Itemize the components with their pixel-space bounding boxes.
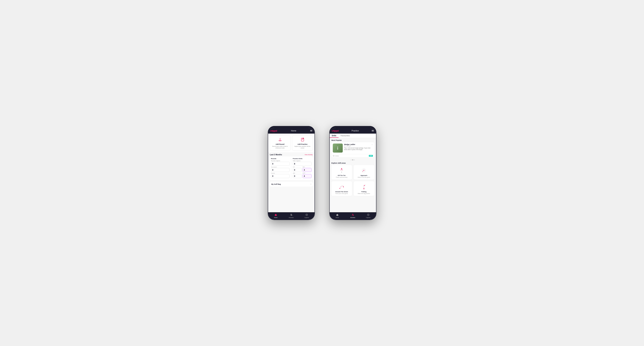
app-logo: clippd bbox=[270, 129, 277, 132]
svg-point-24 bbox=[362, 172, 363, 172]
nav-capture[interactable]: Capture bbox=[299, 212, 314, 220]
add-practice-card[interactable]: Add Practice Capture your practice off-t… bbox=[292, 135, 313, 151]
svg-point-36 bbox=[364, 185, 365, 186]
practice-content: Most Popular bbox=[330, 138, 376, 212]
svg-point-38 bbox=[352, 214, 353, 215]
skill-approach[interactable]: Approach Dial-in to hit the green bbox=[354, 165, 374, 180]
arg-value: 0 bbox=[294, 175, 300, 177]
nav-home[interactable]: Home bbox=[268, 212, 284, 220]
tournament-label: Tournament bbox=[271, 167, 290, 168]
svg-point-0 bbox=[279, 140, 281, 141]
tabs-bar: Drills Favourites bbox=[330, 134, 376, 138]
putting-icon-wrap bbox=[360, 183, 368, 190]
ott-box: 0 bbox=[293, 168, 302, 172]
practice-page-title: Practice bbox=[352, 130, 359, 132]
putt-col: PUTT 4 bbox=[302, 173, 312, 179]
practice-nav-home-label: Home bbox=[336, 217, 339, 218]
rounds-capture-label: Rounds Capture bbox=[271, 160, 290, 162]
approach-desc: Dial-in to hit the green bbox=[358, 176, 370, 178]
skill-around-the-green[interactable]: Around The Green Hone your short game bbox=[331, 181, 352, 196]
drills-col: Practice Drills Drills Capture 8 OTT 0 bbox=[293, 158, 312, 179]
arg-label: ARG bbox=[293, 173, 302, 174]
action-cards-row: Add Round Record your shots in fast or e… bbox=[268, 134, 314, 152]
svg-point-20 bbox=[341, 168, 342, 169]
app-label: APP bbox=[302, 167, 312, 168]
svg-point-17 bbox=[333, 155, 334, 156]
practice-nav-activities[interactable]: Activities bbox=[345, 212, 360, 220]
favourite-star-icon[interactable]: ☆ bbox=[371, 144, 373, 146]
drill-info: Wedge Ladder 50–100 yds ☆ Play 1 shot at… bbox=[344, 144, 373, 153]
practice-bottom-nav: Home Activities Capture bbox=[330, 212, 376, 220]
phone2-notch bbox=[329, 126, 376, 128]
ott-value: 0 bbox=[294, 169, 300, 171]
stats-container: Rounds Rounds Capture 0 Tournament 0 bbox=[270, 156, 313, 180]
arg-box: 0 bbox=[293, 174, 302, 178]
svg-point-8 bbox=[291, 214, 292, 215]
drills-bottom-row: ARG 0 PUTT 4 bbox=[293, 173, 312, 179]
phone-home: clippd Home bbox=[268, 126, 315, 220]
tournament-value: 0 bbox=[272, 169, 288, 171]
dot-1 bbox=[351, 160, 352, 160]
drill-card-wedge[interactable]: Wedge Ladder 50–100 yds ☆ Play 1 shot at… bbox=[331, 142, 374, 158]
svg-point-19 bbox=[341, 172, 342, 173]
drill-thumb-image bbox=[333, 144, 343, 153]
practice-app-logo: clippd bbox=[332, 129, 339, 132]
practice-value: 0 bbox=[272, 175, 288, 177]
golf-bag-label: My Golf Bag bbox=[272, 183, 281, 185]
dot-2 bbox=[352, 160, 353, 160]
putt-label: PUTT bbox=[302, 173, 312, 174]
svg-point-31 bbox=[343, 186, 344, 187]
practice-nav-activities-label: Activities bbox=[350, 217, 356, 218]
practice-capture-icon bbox=[367, 213, 370, 217]
rounds-sub-row: Tournament 0 bbox=[271, 167, 290, 173]
practice-nav-capture[interactable]: Capture bbox=[360, 212, 376, 220]
app-value: 4 bbox=[304, 169, 310, 171]
add-round-card[interactable]: Add Round Record your shots in fast or e… bbox=[270, 135, 290, 151]
practice-nav-capture-label: Capture bbox=[366, 217, 370, 218]
bottom-nav: Home Activities Capture bbox=[268, 212, 314, 220]
arg-col: ARG 0 bbox=[293, 173, 302, 179]
practice-menu-button[interactable] bbox=[372, 130, 374, 132]
tournament-box: 0 bbox=[271, 168, 290, 172]
view-activity-link[interactable]: View Activity bbox=[304, 154, 312, 156]
app-header: clippd Home bbox=[268, 128, 314, 134]
skill-off-the-tee[interactable]: Off The Tee Power and accuracy bbox=[331, 165, 352, 180]
skill-areas-label: Explore skill areas bbox=[330, 161, 376, 165]
skill-putting[interactable]: Putting Make and lag practice bbox=[354, 181, 374, 196]
svg-point-26 bbox=[363, 170, 364, 171]
approach-icon-wrap bbox=[360, 167, 368, 174]
drills-title: Practice Drills bbox=[293, 158, 312, 160]
nav-home-label: Home bbox=[274, 217, 278, 218]
add-round-title: Add Round bbox=[276, 143, 284, 145]
activity-section-header: Last 3 Months View Activity bbox=[268, 152, 314, 156]
chevron-right-icon: › bbox=[310, 183, 311, 185]
dot-3 bbox=[354, 160, 355, 160]
capture-icon bbox=[306, 213, 308, 217]
nav-activities[interactable]: Activities bbox=[284, 212, 299, 220]
add-practice-icon bbox=[300, 137, 305, 143]
drills-top-row: OTT 0 APP 4 bbox=[293, 167, 312, 173]
ott-icon-wrap bbox=[338, 167, 345, 174]
ott-desc: Power and accuracy bbox=[336, 176, 347, 178]
home-content: Add Round Record your shots in fast or e… bbox=[268, 134, 314, 212]
svg-point-29 bbox=[342, 186, 342, 186]
nav-activities-label: Activities bbox=[289, 217, 294, 218]
phone-notch bbox=[268, 126, 315, 128]
tab-favourites[interactable]: Favourites bbox=[338, 134, 352, 138]
practice-home-icon bbox=[336, 213, 338, 217]
approach-title: Approach bbox=[360, 175, 367, 176]
arg-title: Around The Green bbox=[335, 191, 348, 192]
golf-bag-row[interactable]: My Golf Bag › bbox=[270, 182, 313, 186]
menu-button[interactable] bbox=[310, 130, 312, 132]
putt-box: 4 bbox=[302, 174, 312, 178]
home-icon bbox=[274, 213, 277, 217]
practice-nav-home[interactable]: Home bbox=[330, 212, 345, 220]
app-badge: APP bbox=[369, 155, 373, 157]
svg-point-25 bbox=[363, 171, 363, 171]
tab-drills[interactable]: Drills bbox=[330, 134, 338, 138]
ott-label: OTT bbox=[293, 167, 302, 168]
rounds-col: Rounds Rounds Capture 0 Tournament 0 bbox=[271, 158, 290, 179]
rounds-total: 0 bbox=[272, 163, 288, 165]
arg-icon-wrap bbox=[338, 183, 345, 190]
svg-point-30 bbox=[343, 186, 344, 186]
